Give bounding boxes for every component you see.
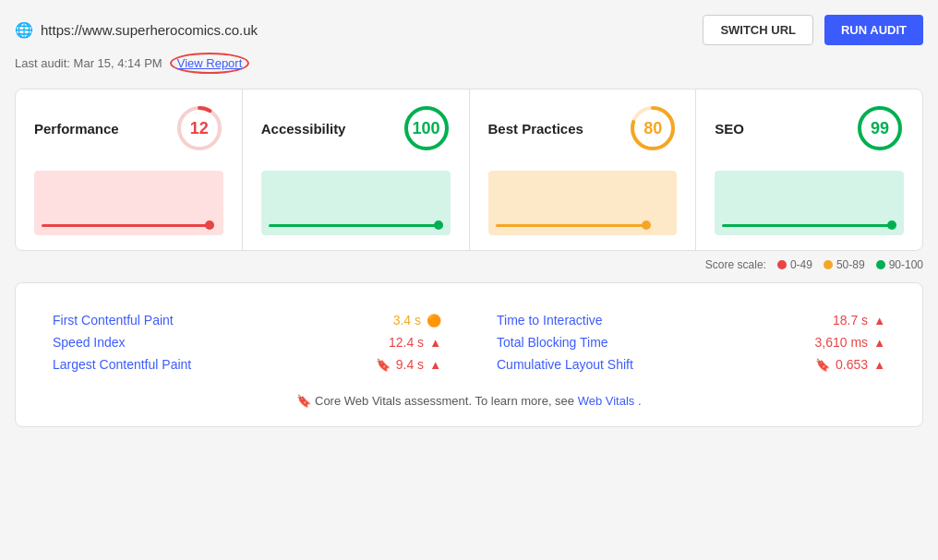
- metric-cls: Cumulative Layout Shift 🔖 0.653 ▲: [497, 353, 885, 375]
- best-practices-bar-line: [496, 224, 648, 227]
- metrics-right: Time to Interactive 18.7 s ▲ Total Block…: [497, 309, 885, 375]
- cls-warning-icon: ▲: [873, 358, 885, 372]
- metric-lcp: Largest Contentful Paint 🔖 9.4 s ▲: [53, 353, 441, 375]
- tbt-value: 3,610 ms: [815, 335, 869, 350]
- scale-item-orange: 50-89: [824, 258, 865, 271]
- best-practices-score-circle: 80: [629, 104, 677, 152]
- performance-score: 12: [190, 119, 209, 138]
- seo-card-top: SEO 99: [715, 104, 904, 152]
- tbt-icon: ▲: [873, 336, 885, 350]
- tti-value-group: 18.7 s ▲: [833, 313, 885, 328]
- metric-si: Speed Index 12.4 s ▲: [53, 331, 441, 353]
- cwv-text: Core Web Vitals assessment. To learn mor…: [315, 394, 578, 408]
- fcp-icon: 🟠: [427, 314, 441, 328]
- score-scale: Score scale: 0-49 50-89 90-100: [15, 258, 923, 271]
- si-value: 12.4 s: [389, 335, 424, 350]
- best-practices-title: Best Practices: [488, 121, 583, 137]
- scale-dot-orange: [824, 260, 833, 269]
- scale-label-green: 90-100: [889, 258, 923, 271]
- seo-title: SEO: [715, 121, 744, 137]
- site-url: https://www.superherocomics.co.uk: [41, 22, 258, 38]
- cls-value: 0.653: [836, 357, 868, 372]
- seo-score: 99: [871, 119, 889, 138]
- globe-icon: 🌐: [15, 21, 33, 39]
- url-section: 🌐 https://www.superherocomics.co.uk: [15, 21, 258, 39]
- metrics-left: First Contentful Paint 3.4 s 🟠 Speed Ind…: [53, 309, 441, 375]
- view-report-link[interactable]: View Report: [170, 53, 250, 74]
- cwv-end: .: [638, 394, 642, 408]
- seo-chart: [715, 171, 904, 235]
- cls-bookmark-icon: 🔖: [815, 358, 830, 372]
- seo-card: SEO 99: [696, 89, 922, 250]
- best-practices-chart: [488, 171, 678, 235]
- switch-url-button[interactable]: SWITCH URL: [703, 15, 813, 45]
- si-label[interactable]: Speed Index: [53, 335, 126, 350]
- lcp-value: 9.4 s: [396, 357, 424, 372]
- lcp-value-group: 🔖 9.4 s ▲: [376, 357, 441, 372]
- scale-label-orange: 50-89: [836, 258, 865, 271]
- accessibility-score: 100: [412, 119, 439, 138]
- score-scale-label: Score scale:: [705, 258, 766, 271]
- metrics-panel: First Contentful Paint 3.4 s 🟠 Speed Ind…: [15, 282, 923, 427]
- scores-panel: Performance 12 Accessibility: [15, 89, 923, 251]
- accessibility-chart: [261, 171, 451, 235]
- scale-item-green: 90-100: [876, 258, 923, 271]
- fcp-value: 3.4 s: [393, 313, 421, 328]
- fcp-label[interactable]: First Contentful Paint: [53, 313, 174, 328]
- seo-bar-line: [722, 224, 893, 227]
- seo-score-circle: 99: [856, 104, 904, 152]
- best-practices-score: 80: [643, 119, 662, 138]
- scale-item-red: 0-49: [777, 258, 812, 271]
- accessibility-card: Accessibility 100: [243, 89, 470, 250]
- page-header: 🌐 https://www.superherocomics.co.uk SWIT…: [15, 15, 923, 45]
- fcp-value-group: 3.4 s 🟠: [393, 313, 441, 328]
- performance-chart: [34, 171, 223, 235]
- accessibility-card-top: Accessibility 100: [261, 104, 451, 152]
- scale-label-red: 0-49: [790, 258, 812, 271]
- performance-card: Performance 12: [16, 89, 243, 250]
- si-icon: ▲: [429, 336, 441, 350]
- action-buttons: SWITCH URL RUN AUDIT: [703, 15, 923, 45]
- tti-label[interactable]: Time to Interactive: [497, 313, 603, 328]
- tbt-label[interactable]: Total Blocking Time: [497, 335, 608, 350]
- audit-info-bar: Last audit: Mar 15, 4:14 PM View Report: [15, 53, 923, 74]
- tti-icon: ▲: [873, 314, 885, 328]
- cls-label[interactable]: Cumulative Layout Shift: [497, 357, 633, 372]
- metric-tbt: Total Blocking Time 3,610 ms ▲: [497, 331, 885, 353]
- last-audit-text: Last audit: Mar 15, 4:14 PM: [15, 56, 162, 70]
- performance-title: Performance: [34, 121, 119, 137]
- accessibility-bar-line: [269, 224, 439, 227]
- core-web-vitals-footer: 🔖 Core Web Vitals assessment. To learn m…: [53, 394, 885, 408]
- accessibility-score-circle: 100: [403, 104, 451, 152]
- performance-bar-line: [42, 224, 210, 227]
- si-value-group: 12.4 s ▲: [389, 335, 441, 350]
- best-practices-card: Best Practices 80: [470, 89, 697, 250]
- tti-value: 18.7 s: [833, 313, 868, 328]
- cls-value-group: 🔖 0.653 ▲: [815, 357, 885, 372]
- run-audit-button[interactable]: RUN AUDIT: [824, 15, 923, 45]
- web-vitals-link[interactable]: Web Vitals: [578, 394, 635, 408]
- accessibility-title: Accessibility: [261, 121, 346, 137]
- performance-card-top: Performance 12: [34, 104, 223, 152]
- tbt-value-group: 3,610 ms ▲: [815, 335, 885, 350]
- scale-dot-red: [777, 260, 787, 269]
- lcp-bookmark-icon: 🔖: [376, 358, 391, 372]
- performance-score-circle: 12: [175, 104, 223, 152]
- metric-fcp: First Contentful Paint 3.4 s 🟠: [53, 309, 441, 331]
- lcp-warning-icon: ▲: [429, 358, 441, 372]
- best-practices-card-top: Best Practices 80: [488, 104, 678, 152]
- metrics-grid: First Contentful Paint 3.4 s 🟠 Speed Ind…: [53, 309, 885, 375]
- scale-dot-green: [876, 260, 885, 269]
- lcp-label[interactable]: Largest Contentful Paint: [53, 357, 191, 372]
- metric-tti: Time to Interactive 18.7 s ▲: [497, 309, 885, 331]
- cwv-bookmark-icon: 🔖: [296, 394, 311, 408]
